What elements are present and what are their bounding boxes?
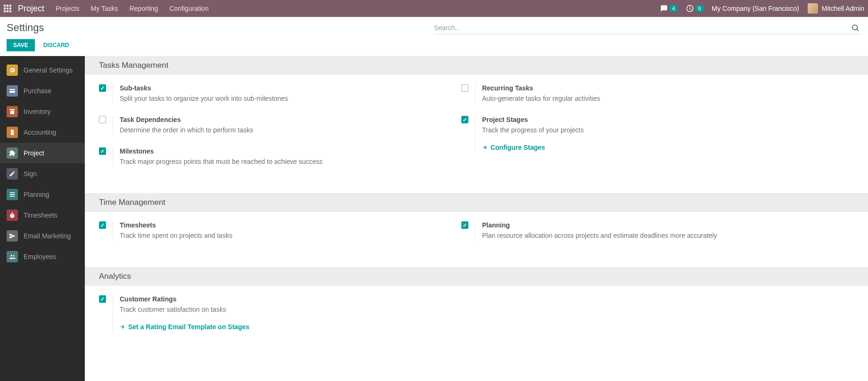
setting-column-left: Customer RatingsTrack customer satisfact… (99, 295, 461, 343)
setting-block: Project StagesTrack the progress of your… (461, 116, 854, 152)
topbar-right: 4 8 My Company (San Francisco) Mitchell … (660, 3, 864, 14)
main-container: General SettingsPurchaseInventoryAccount… (0, 56, 868, 381)
messages-button[interactable]: 4 (660, 5, 677, 12)
checkbox-project-stages[interactable] (461, 116, 468, 123)
sidebar-item-label: General Settings (24, 66, 73, 74)
sidebar-item-accounting[interactable]: Accounting (0, 122, 85, 143)
setting-description: Track the progress of your projects (482, 125, 854, 135)
checkbox-recurring-tasks[interactable] (461, 84, 468, 92)
setting-title: Task Dependencies (120, 116, 461, 123)
menu-reporting[interactable]: Reporting (130, 5, 158, 12)
page-title: Settings (7, 22, 44, 34)
setting-check-wrap (99, 116, 113, 135)
checkbox-timesheets[interactable] (99, 221, 106, 229)
checkbox-sub-tasks[interactable] (99, 84, 106, 92)
setting-check-wrap (461, 116, 475, 152)
sidebar-item-label: Accounting (24, 129, 56, 136)
tasks-icon (7, 189, 18, 200)
setting-title: Customer Ratings (120, 295, 461, 303)
sidebar-item-label: Purchase (24, 87, 51, 95)
setting-body: MilestonesTrack major progress points th… (113, 147, 461, 167)
setting-check-wrap (99, 295, 113, 331)
setting-body: Sub-tasksSplit your tasks to organize yo… (113, 84, 461, 104)
app-title[interactable]: Project (18, 4, 44, 14)
setting-column-right: PlanningPlan resource allocation across … (461, 221, 854, 253)
section-body: Sub-tasksSplit your tasks to organize yo… (85, 75, 868, 193)
sidebar-item-project[interactable]: Project (0, 143, 85, 163)
arrow-right-icon (120, 324, 125, 330)
setting-link-configure-stages[interactable]: Configure Stages (482, 144, 545, 151)
settings-sidebar: General SettingsPurchaseInventoryAccount… (0, 56, 85, 381)
sidebar-item-planning[interactable]: Planning (0, 184, 85, 205)
sidebar-item-inventory[interactable]: Inventory (0, 101, 85, 122)
svg-rect-5 (10, 194, 15, 195)
paper-plane-icon (7, 230, 18, 242)
activities-count: 8 (696, 5, 703, 12)
svg-rect-8 (12, 212, 13, 213)
search-wrap (434, 22, 861, 34)
menu-my-tasks[interactable]: My Tasks (91, 5, 118, 12)
setting-body: Customer RatingsTrack customer satisfact… (113, 295, 461, 331)
sidebar-item-email-marketing[interactable]: Email Marketing (0, 226, 85, 246)
setting-description: Determine the order in which to perform … (120, 125, 461, 135)
users-icon (7, 251, 18, 262)
user-menu[interactable]: Mitchell Admin (808, 3, 864, 14)
svg-point-10 (11, 255, 13, 257)
setting-check-wrap (99, 221, 113, 241)
invoice-icon (7, 127, 18, 138)
setting-body: Task DependenciesDetermine the order in … (113, 116, 461, 135)
setting-description: Auto-generate tasks for regular activiti… (482, 94, 854, 104)
sidebar-item-general-settings[interactable]: General Settings (0, 60, 85, 81)
sidebar-item-label: Email Marketing (24, 232, 71, 240)
search-input[interactable] (434, 24, 849, 32)
discard-button[interactable]: DISCARD (39, 39, 74, 51)
setting-title: Sub-tasks (120, 84, 461, 92)
activities-button[interactable]: 8 (686, 4, 703, 13)
sidebar-item-purchase[interactable]: Purchase (0, 81, 85, 101)
gear-icon (7, 65, 18, 76)
puzzle-icon (7, 147, 18, 159)
setting-check-wrap (99, 84, 113, 104)
setting-column-right: Recurring TasksAuto-generate tasks for r… (461, 84, 854, 179)
checkbox-customer-ratings[interactable] (99, 295, 106, 303)
user-name: Mitchell Admin (822, 5, 864, 12)
setting-block: Recurring TasksAuto-generate tasks for r… (461, 84, 854, 104)
svg-rect-4 (10, 192, 15, 193)
sidebar-item-timesheets[interactable]: Timesheets (0, 205, 85, 226)
sidebar-item-sign[interactable]: Sign (0, 163, 85, 184)
sidebar-item-label: Sign (24, 170, 37, 178)
chat-icon (660, 5, 668, 12)
svg-rect-6 (10, 196, 15, 197)
setting-description: Split your tasks to organize your work i… (120, 94, 461, 104)
svg-point-0 (852, 25, 858, 30)
section-header: Tasks Management (85, 56, 868, 75)
setting-block: PlanningPlan resource allocation across … (461, 221, 854, 241)
credit-card-icon (7, 85, 18, 97)
svg-line-1 (857, 29, 858, 31)
sidebar-item-employees[interactable]: Employees (0, 246, 85, 267)
apps-icon[interactable] (4, 5, 11, 12)
sidebar-item-label: Employees (24, 253, 56, 260)
setting-link-label: Configure Stages (491, 144, 545, 151)
checkbox-milestones[interactable] (99, 147, 106, 155)
company-selector[interactable]: My Company (San Francisco) (712, 5, 799, 12)
search-icon[interactable] (849, 24, 861, 32)
setting-body: Recurring TasksAuto-generate tasks for r… (475, 84, 854, 104)
setting-description: Track customer satisfaction on tasks (120, 305, 461, 315)
control-panel: Settings (0, 17, 868, 34)
topbar-left: Project Projects My Tasks Reporting Conf… (4, 4, 209, 14)
sidebar-item-label: Project (24, 149, 44, 157)
menu-projects[interactable]: Projects (56, 5, 80, 12)
setting-block: Task DependenciesDetermine the order in … (99, 116, 461, 135)
setting-link-set-a-rating-email-template-on-stages[interactable]: Set a Rating Email Template on Stages (120, 323, 249, 331)
save-button[interactable]: SAVE (7, 39, 35, 51)
setting-link-label: Set a Rating Email Template on Stages (128, 323, 249, 331)
checkbox-planning[interactable] (461, 221, 468, 229)
setting-block: TimesheetsTrack time spent on projects a… (99, 221, 461, 241)
svg-rect-3 (9, 90, 15, 91)
setting-title: Milestones (120, 147, 461, 155)
setting-check-wrap (461, 84, 475, 104)
menu-configuration[interactable]: Configuration (169, 5, 208, 12)
checkbox-task-dependencies[interactable] (99, 116, 106, 123)
setting-title: Project Stages (482, 116, 854, 123)
